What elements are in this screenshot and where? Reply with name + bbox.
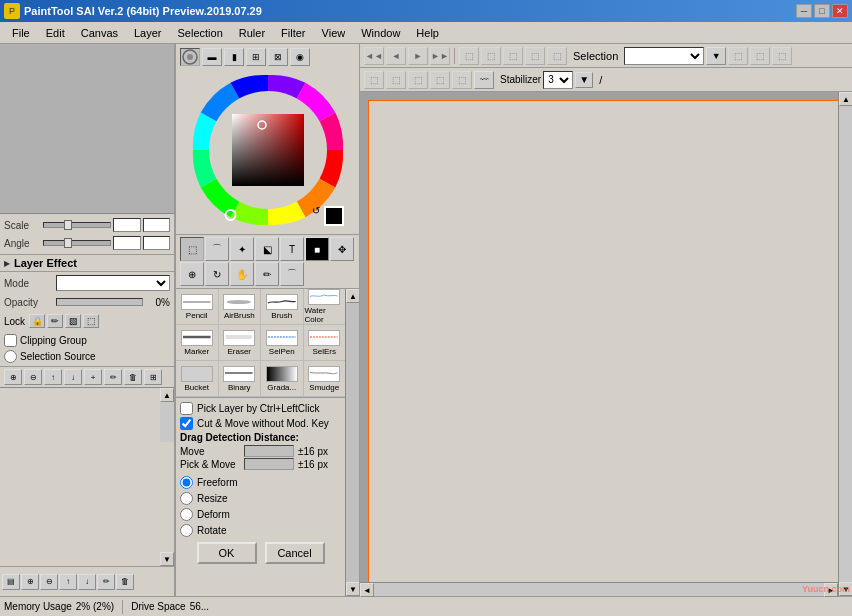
menu-window[interactable]: Window — [353, 25, 408, 41]
maximize-button[interactable]: □ — [814, 4, 830, 18]
eraser-brush[interactable]: Eraser — [219, 325, 262, 360]
bucket-brush[interactable]: Bucket — [176, 361, 219, 396]
canvas-inner[interactable] — [368, 100, 844, 588]
rotate-radio[interactable] — [180, 524, 193, 537]
scale-input2[interactable] — [143, 218, 170, 232]
pencil-brush[interactable]: Pencil — [176, 289, 219, 324]
layer-btn-5[interactable]: ↓ — [78, 574, 96, 590]
next-btn[interactable]: ► — [408, 47, 428, 65]
layer-btn-2[interactable]: ⊕ — [21, 574, 39, 590]
cut-move-check[interactable] — [180, 417, 193, 430]
cancel-button[interactable]: Cancel — [265, 542, 325, 564]
layer-scroll-up[interactable]: ▲ — [160, 388, 174, 402]
zoom-tool-btn[interactable]: ⊕ — [180, 262, 204, 286]
canvas-scroll-left[interactable]: ◄ — [360, 583, 374, 597]
layer-scroll-down[interactable]: ▼ — [160, 552, 174, 566]
eyedrop-tool-btn[interactable]: ✦ — [230, 237, 254, 261]
foreground-color[interactable] — [324, 206, 344, 226]
sel-src-btn-8[interactable]: ⊞ — [144, 369, 162, 385]
canvas-area[interactable]: ▲ ▼ ◄ ► Yuucn.com — [360, 92, 852, 596]
select-tool-btn[interactable]: ⬚ — [180, 237, 204, 261]
move-drag-bar[interactable] — [244, 445, 294, 457]
layer-btn-3[interactable]: ⊖ — [40, 574, 58, 590]
color-mode-grid-s[interactable]: ⊞ — [246, 48, 266, 66]
watercolor-brush[interactable]: Water Color — [304, 289, 346, 324]
text-tool-btn[interactable]: T — [280, 237, 304, 261]
color-mode-circle[interactable] — [180, 48, 200, 66]
freeform-radio[interactable] — [180, 476, 193, 489]
angle-input[interactable] — [113, 236, 140, 250]
layer-btn-7[interactable]: 🗑 — [116, 574, 134, 590]
tb-extra-8[interactable]: ⬚ — [772, 47, 792, 65]
selpen-brush[interactable]: SelPen — [261, 325, 304, 360]
sel-src-btn-1[interactable]: ⊕ — [4, 369, 22, 385]
fill-select-tool-btn[interactable]: ⬕ — [255, 237, 279, 261]
marker-brush[interactable]: Marker — [176, 325, 219, 360]
lock-btn-3[interactable]: ▧ — [65, 314, 81, 328]
canvas-vscroll[interactable]: ▲ ▼ — [838, 92, 852, 596]
canvas-hscroll[interactable]: ◄ ► — [360, 582, 838, 596]
fg-color-tool-btn[interactable]: ■ — [305, 237, 329, 261]
lock-btn-4[interactable]: ⬚ — [83, 314, 99, 328]
menu-canvas[interactable]: Canvas — [73, 25, 126, 41]
sel-src-btn-2[interactable]: ⊖ — [24, 369, 42, 385]
lock-btn-2[interactable]: ✏ — [47, 314, 63, 328]
sel-src-btn-7[interactable]: 🗑 — [124, 369, 142, 385]
mode-select[interactable] — [56, 275, 170, 291]
menu-edit[interactable]: Edit — [38, 25, 73, 41]
layer-btn-6[interactable]: ✏ — [97, 574, 115, 590]
move-tool-btn[interactable]: ✥ — [330, 237, 354, 261]
hand-tool-btn[interactable]: ✋ — [230, 262, 254, 286]
angle-input2[interactable] — [143, 236, 170, 250]
selection-dropdown[interactable] — [624, 47, 704, 65]
layer-list-scrollbar[interactable]: ▲ ▼ — [160, 388, 174, 566]
menu-file[interactable]: File — [4, 25, 38, 41]
color-mode-v[interactable]: ▮ — [224, 48, 244, 66]
minimize-button[interactable]: ─ — [796, 4, 812, 18]
curve-btn[interactable]: ⌒ — [280, 262, 304, 286]
tb-extra-2[interactable]: ⬚ — [481, 47, 501, 65]
menu-help[interactable]: Help — [408, 25, 447, 41]
menu-filter[interactable]: Filter — [273, 25, 313, 41]
menu-selection[interactable]: Selection — [170, 25, 231, 41]
stabilizer-down-btn[interactable]: ▼ — [575, 72, 593, 88]
tb2-btn-1[interactable]: ⬚ — [364, 71, 384, 89]
selection-source-radio[interactable] — [4, 350, 17, 363]
tb2-btn-3[interactable]: ⬚ — [408, 71, 428, 89]
layer-btn-4[interactable]: ↑ — [59, 574, 77, 590]
binary-brush[interactable]: Binary — [219, 361, 262, 396]
canvas-scroll-up[interactable]: ▲ — [839, 92, 852, 106]
layer-effect-header[interactable]: ▶ Layer Effect — [0, 255, 174, 272]
prev-btn[interactable]: ◄ — [386, 47, 406, 65]
pick-move-drag-bar[interactable] — [244, 458, 294, 470]
tb-extra-5[interactable]: ⬚ — [547, 47, 567, 65]
scale-input[interactable] — [113, 218, 140, 232]
deform-radio[interactable] — [180, 508, 193, 521]
tools-scrollbar[interactable]: ▲ ▼ — [345, 289, 359, 596]
tb-extra-4[interactable]: ⬚ — [525, 47, 545, 65]
tb-extra-7[interactable]: ⬚ — [750, 47, 770, 65]
tools-scroll-up[interactable]: ▲ — [346, 289, 359, 303]
layer-btn-1[interactable]: ▤ — [2, 574, 20, 590]
brush-brush[interactable]: Brush — [261, 289, 304, 324]
pick-layer-check[interactable] — [180, 402, 193, 415]
smudge-brush[interactable]: Smudge — [304, 361, 346, 396]
tools-scroll-down[interactable]: ▼ — [346, 582, 359, 596]
menu-ruler[interactable]: Ruler — [231, 25, 273, 41]
color-mode-grid-l[interactable]: ⊠ — [268, 48, 288, 66]
sel-src-btn-4[interactable]: ↓ — [64, 369, 82, 385]
lasso-tool-btn[interactable]: ⌒ — [205, 237, 229, 261]
clipping-group-check[interactable] — [4, 334, 17, 347]
color-mode-swatch[interactable]: ◉ — [290, 48, 310, 66]
gradient-brush[interactable]: Grada... — [261, 361, 304, 396]
next-next-btn[interactable]: ►► — [430, 47, 450, 65]
tb-extra-6[interactable]: ⬚ — [728, 47, 748, 65]
tb-extra-3[interactable]: ⬚ — [503, 47, 523, 65]
stabilizer-dropdown[interactable]: 3 0 1 2 4 5 — [543, 71, 573, 89]
airbrush-brush[interactable]: AirBrush — [219, 289, 262, 324]
extra-btn[interactable]: ✏ — [255, 262, 279, 286]
menu-layer[interactable]: Layer — [126, 25, 170, 41]
angle-slider[interactable] — [43, 240, 111, 246]
scale-slider[interactable] — [43, 222, 111, 228]
line-tool-btn[interactable]: / — [599, 74, 602, 86]
